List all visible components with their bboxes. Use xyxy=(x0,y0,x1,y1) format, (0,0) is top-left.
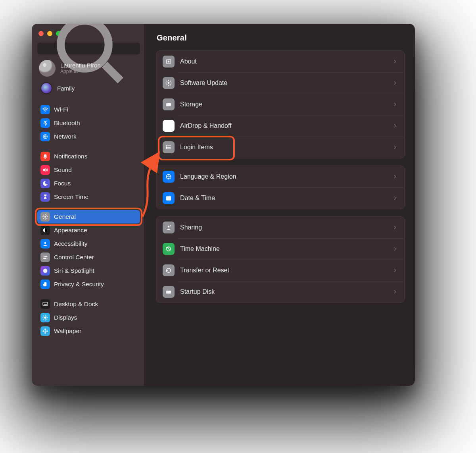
chevron-right-icon xyxy=(392,102,398,107)
settings-row-label: Storage xyxy=(180,101,202,108)
sidebar-item-label: Sound xyxy=(54,166,72,173)
sidebar-item-notifications[interactable]: Notifications xyxy=(37,150,140,163)
airdrop-icon xyxy=(163,120,175,132)
sidebar-item-privacy[interactable]: Privacy & Security xyxy=(37,278,140,291)
sidebar-item-displays[interactable]: Displays xyxy=(37,311,140,324)
sidebar-item-label: Wi-Fi xyxy=(54,106,68,113)
ccw-icon xyxy=(163,264,175,276)
sidebar-nav: Wi-FiBluetoothNetworkNotificationsSoundF… xyxy=(37,101,140,344)
sidebar-item-focus[interactable]: Focus xyxy=(37,177,140,190)
chevron-right-icon xyxy=(392,195,398,201)
sidebar-item-accessibility[interactable]: Accessibility xyxy=(37,237,140,251)
family-label: Family xyxy=(57,85,75,92)
chevron-right-icon xyxy=(392,145,398,150)
hourglass-icon xyxy=(40,192,50,202)
chevron-right-icon xyxy=(392,123,398,129)
siri-icon xyxy=(40,266,50,276)
share-icon xyxy=(163,222,175,233)
account-name: Laurentiu Piron xyxy=(60,62,101,69)
settings-row-label: About xyxy=(180,58,197,65)
sidebar-item-label: Focus xyxy=(54,180,71,187)
chevron-right-icon xyxy=(392,246,398,252)
settings-row-label: Sharing xyxy=(180,224,202,231)
page-title: General xyxy=(157,33,405,42)
search-input[interactable] xyxy=(140,45,141,52)
sidebar-item-label: Privacy & Security xyxy=(54,281,104,288)
settings-row-transfer[interactable]: Transfer or Reset xyxy=(156,260,404,281)
person-icon xyxy=(40,239,50,249)
switches-icon xyxy=(40,253,50,262)
sidebar-item-label: Control Center xyxy=(54,254,94,261)
chevron-right-icon xyxy=(392,80,398,86)
settings-row-timemachine[interactable]: Time Machine xyxy=(156,238,404,260)
sidebar-item-siri[interactable]: Siri & Spotlight xyxy=(37,264,140,278)
sidebar-item-label: Siri & Spotlight xyxy=(54,267,94,274)
settings-row-login[interactable]: Login Items xyxy=(156,137,404,158)
sidebar-item-general[interactable]: General xyxy=(37,210,140,224)
sidebar-item-screentime[interactable]: Screen Time xyxy=(37,190,140,204)
settings-row-swupdate[interactable]: Software Update xyxy=(156,72,404,94)
sidebar-item-sound[interactable]: Sound xyxy=(37,163,140,177)
flower-icon xyxy=(40,326,50,336)
settings-row-datetime[interactable]: Date & Time xyxy=(156,187,404,209)
bluetooth-icon xyxy=(40,118,50,128)
search-field[interactable] xyxy=(37,42,140,54)
hand-icon xyxy=(40,280,50,289)
gear-icon xyxy=(163,77,175,89)
chevron-right-icon xyxy=(392,289,398,295)
sidebar-item-label: Network xyxy=(54,133,77,140)
settings-groups: AboutSoftware UpdateStorageAirDrop & Han… xyxy=(156,50,405,303)
sidebar-item-label: General xyxy=(54,213,76,220)
globe-icon xyxy=(40,132,50,141)
settings-row-about[interactable]: About xyxy=(156,51,404,72)
sidebar-item-label: Screen Time xyxy=(54,193,88,200)
chevron-right-icon xyxy=(392,225,398,230)
clockcw-icon xyxy=(163,243,175,255)
chevron-right-icon xyxy=(392,59,398,64)
list-icon xyxy=(163,141,175,153)
dock-icon xyxy=(40,299,50,309)
gear-icon xyxy=(40,212,50,222)
sidebar-item-wifi[interactable]: Wi-Fi xyxy=(37,103,140,116)
sidebar-item-label: Wallpaper xyxy=(54,328,81,335)
sidebar-item-controlcenter[interactable]: Control Center xyxy=(37,251,140,264)
account-sub: Apple ID xyxy=(60,69,101,74)
settings-row-startup[interactable]: Startup Disk xyxy=(156,281,404,303)
family-row[interactable]: Family xyxy=(37,80,140,101)
avatar xyxy=(39,60,56,77)
settings-row-sharing[interactable]: Sharing xyxy=(156,217,404,238)
settings-row-storage[interactable]: Storage xyxy=(156,94,404,115)
settings-row-label: Startup Disk xyxy=(180,288,215,295)
sidebar-item-label: Bluetooth xyxy=(54,120,80,127)
settings-row-label: AirDrop & Handoff xyxy=(180,122,232,129)
settings-row-label: Date & Time xyxy=(180,195,215,202)
settings-row-language[interactable]: Language & Region xyxy=(156,166,404,187)
sidebar-item-appearance[interactable]: Appearance xyxy=(37,224,140,237)
appearance-icon xyxy=(40,226,50,235)
sidebar-item-wallpaper[interactable]: Wallpaper xyxy=(37,324,140,338)
chevron-right-icon xyxy=(392,268,398,273)
family-avatar-icon xyxy=(40,82,52,94)
sidebar-item-desktop[interactable]: Desktop & Dock xyxy=(37,297,140,311)
sidebar: Laurentiu Piron Apple ID Family Wi-FiBlu… xyxy=(32,24,144,386)
sidebar-item-label: Desktop & Dock xyxy=(54,301,98,308)
bell-icon xyxy=(40,152,50,161)
settings-row-label: Language & Region xyxy=(180,173,236,180)
system-settings-window: Laurentiu Piron Apple ID Family Wi-FiBlu… xyxy=(32,24,415,386)
apple-id-row[interactable]: Laurentiu Piron Apple ID xyxy=(37,54,140,80)
chip-icon xyxy=(163,56,175,67)
settings-row-airdrop[interactable]: AirDrop & Handoff xyxy=(156,115,404,137)
sidebar-item-label: Notifications xyxy=(54,153,87,160)
calendar-icon xyxy=(163,192,175,204)
settings-row-label: Software Update xyxy=(180,79,227,87)
drive-icon xyxy=(163,98,175,110)
wifi-icon xyxy=(40,105,50,114)
chevron-right-icon xyxy=(392,174,398,179)
sidebar-item-bluetooth[interactable]: Bluetooth xyxy=(37,116,140,130)
globe-icon xyxy=(163,171,175,183)
settings-row-label: Login Items xyxy=(180,144,213,151)
settings-row-label: Transfer or Reset xyxy=(180,267,229,274)
sidebar-item-network[interactable]: Network xyxy=(37,130,140,143)
moon-icon xyxy=(40,179,50,188)
settings-row-label: Time Machine xyxy=(180,245,220,253)
